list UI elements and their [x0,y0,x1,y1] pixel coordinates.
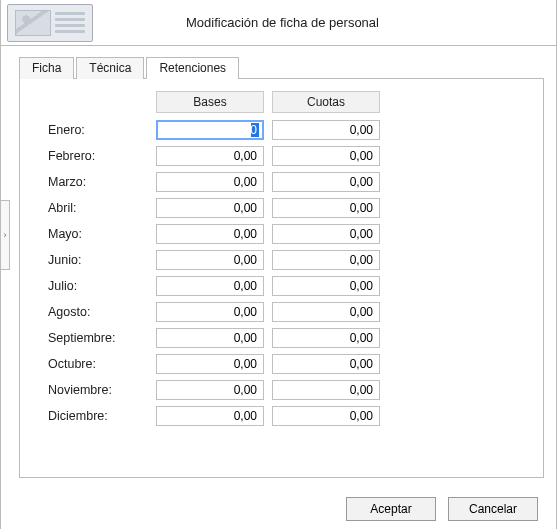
month-row: Abril: [48,197,408,219]
month-row: Febrero: [48,145,408,167]
cuota-input[interactable] [272,380,380,400]
cuota-input[interactable] [272,224,380,244]
month-label: Abril: [48,201,148,215]
cuota-input[interactable] [272,302,380,322]
grid-header: Bases Cuotas [48,91,408,113]
month-label: Enero: [48,123,148,137]
base-input[interactable] [156,406,264,426]
tab-ficha[interactable]: Ficha [19,57,74,79]
base-input[interactable] [156,328,264,348]
month-row: Julio: [48,275,408,297]
chevron-right-icon: › [4,230,7,240]
month-label: Noviembre: [48,383,148,397]
month-row: Noviembre: [48,379,408,401]
month-row: Diciembre: [48,405,408,427]
cuota-input[interactable] [272,172,380,192]
base-input[interactable] [156,120,264,140]
tab-tecnica[interactable]: Técnica [76,57,144,79]
month-label: Mayo: [48,227,148,241]
month-row: Septiembre: [48,327,408,349]
header-spacer [48,91,148,113]
month-label: Febrero: [48,149,148,163]
cuota-input[interactable] [272,354,380,374]
month-row: Marzo: [48,171,408,193]
base-input[interactable] [156,250,264,270]
month-row: Agosto: [48,301,408,323]
tab-strip: Ficha Técnica Retenciones [19,56,544,78]
image-placeholder-icon [15,10,51,36]
month-label: Agosto: [48,305,148,319]
cancel-button[interactable]: Cancelar [448,497,538,521]
column-header-bases: Bases [156,91,264,113]
tab-panel-retenciones: Bases Cuotas Enero:Febrero:Marzo:Abril:M… [19,78,544,478]
cuota-input[interactable] [272,146,380,166]
window-title: Modificación de ficha de personal [99,15,556,30]
month-label: Septiembre: [48,331,148,345]
retenciones-grid: Bases Cuotas Enero:Febrero:Marzo:Abril:M… [48,91,408,427]
column-header-cuotas: Cuotas [272,91,380,113]
side-expand-handle[interactable]: › [0,200,10,270]
cuota-input[interactable] [272,250,380,270]
base-input[interactable] [156,302,264,322]
month-row: Junio: [48,249,408,271]
base-input[interactable] [156,354,264,374]
base-input[interactable] [156,276,264,296]
accept-button[interactable]: Aceptar [346,497,436,521]
cuota-input[interactable] [272,328,380,348]
base-input[interactable] [156,198,264,218]
tabs-container: Ficha Técnica Retenciones Bases Cuotas E… [19,56,544,478]
app-window: › Modificación de ficha de personal Fich… [0,0,557,529]
tab-retenciones[interactable]: Retenciones [146,57,239,79]
month-row: Mayo: [48,223,408,245]
toolbar: Modificación de ficha de personal [1,0,556,46]
month-label: Diciembre: [48,409,148,423]
base-input[interactable] [156,224,264,244]
cuota-input[interactable] [272,406,380,426]
month-label: Octubre: [48,357,148,371]
dialog-buttons: Aceptar Cancelar [346,497,538,521]
cuota-input[interactable] [272,120,380,140]
base-input[interactable] [156,172,264,192]
month-row: Octubre: [48,353,408,375]
cuota-input[interactable] [272,198,380,218]
base-input[interactable] [156,380,264,400]
month-label: Julio: [48,279,148,293]
month-row: Enero: [48,119,408,141]
cuota-input[interactable] [272,276,380,296]
personnel-card-icon[interactable] [7,4,93,42]
month-label: Marzo: [48,175,148,189]
month-label: Junio: [48,253,148,267]
text-lines-icon [55,10,85,36]
base-input[interactable] [156,146,264,166]
